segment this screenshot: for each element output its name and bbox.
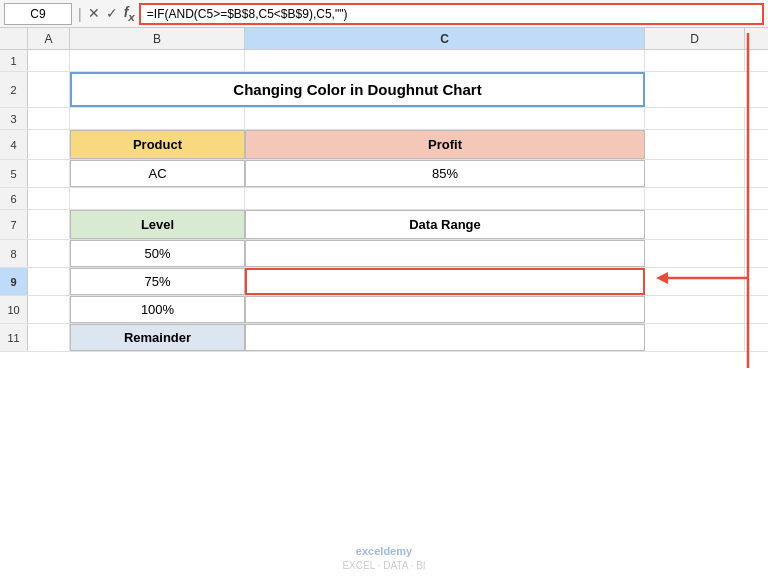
table-row: 11 Remainder [0,324,768,352]
row-header-11: 11 [0,324,28,351]
cell-a4[interactable] [28,130,70,159]
table-row: 7 Level Data Range [0,210,768,240]
cell-c9-selected[interactable] [245,268,645,295]
cell-profit-value[interactable]: 85% [245,160,645,187]
cell-reference-box[interactable]: C9 [4,3,72,25]
table-row: 2 Changing Color in Doughnut Chart [0,72,768,108]
title-cell[interactable]: Changing Color in Doughnut Chart [70,72,645,107]
cell-d8[interactable] [645,240,745,267]
col-header-d: D [645,28,745,49]
cell-ac[interactable]: AC [70,160,245,187]
formula-bar: C9 | ✕ ✓ fx [0,0,768,28]
cell-level-50[interactable]: 50% [70,240,245,267]
watermark-logo: exceldemy [342,544,425,559]
cell-datarange-50[interactable] [245,240,645,267]
cell-d9[interactable] [645,268,745,295]
formula-divider: | [78,6,82,22]
cell-d6[interactable] [645,188,745,209]
row-header-6: 6 [0,188,28,209]
cell-a8[interactable] [28,240,70,267]
col-header-c: C [245,28,645,49]
cell-level-header[interactable]: Level [70,210,245,239]
confirm-icon[interactable]: ✓ [106,5,118,21]
table-row: 6 [0,188,768,210]
cell-b3[interactable] [70,108,245,129]
col-header-a: A [28,28,70,49]
cell-b6[interactable] [70,188,245,209]
cell-level-75[interactable]: 75% [70,268,245,295]
spreadsheet: A B C D 1 2 Changing Color in Doughnut C… [0,28,768,583]
cell-a11[interactable] [28,324,70,351]
cell-a7[interactable] [28,210,70,239]
formula-input[interactable] [139,3,764,25]
cell-product-header[interactable]: Product [70,130,245,159]
cell-profit-header[interactable]: Profit [245,130,645,159]
cell-a3[interactable] [28,108,70,129]
corner-cell [0,28,28,49]
table-row: 1 [0,50,768,72]
cell-a9[interactable] [28,268,70,295]
cell-datarange-header[interactable]: Data Range [245,210,645,239]
cell-d7[interactable] [645,210,745,239]
row-header-7: 7 [0,210,28,239]
watermark-tagline: EXCEL · DATA · BI [342,559,425,573]
row-header-5: 5 [0,160,28,187]
row-header-3: 3 [0,108,28,129]
column-headers: A B C D [0,28,768,50]
row-header-4: 4 [0,130,28,159]
cell-d4[interactable] [645,130,745,159]
cell-a2[interactable] [28,72,70,107]
cell-a5[interactable] [28,160,70,187]
cell-d1[interactable] [645,50,745,71]
row-header-10: 10 [0,296,28,323]
cell-d10[interactable] [645,296,745,323]
cell-datarange-remainder[interactable] [245,324,645,351]
table-row: 8 50% [0,240,768,268]
table-row: 9 75% [0,268,768,296]
cell-c1[interactable] [245,50,645,71]
cell-d5[interactable] [645,160,745,187]
cell-level-100[interactable]: 100% [70,296,245,323]
cell-datarange-100[interactable] [245,296,645,323]
cell-a6[interactable] [28,188,70,209]
row-header-1: 1 [0,50,28,71]
table-row: 5 AC 85% [0,160,768,188]
grid-body: 1 2 Changing Color in Doughnut Chart 3 4… [0,50,768,583]
cell-a1[interactable] [28,50,70,71]
table-row: 10 100% [0,296,768,324]
table-row: 3 [0,108,768,130]
cell-a10[interactable] [28,296,70,323]
row-header-2: 2 [0,72,28,107]
col-header-b: B [70,28,245,49]
row-header-8: 8 [0,240,28,267]
cell-remainder[interactable]: Remainder [70,324,245,351]
table-row: 4 Product Profit [0,130,768,160]
cell-b1[interactable] [70,50,245,71]
row-header-9: 9 [0,268,28,295]
cancel-icon[interactable]: ✕ [88,5,100,21]
cell-c6[interactable] [245,188,645,209]
function-icon[interactable]: fx [124,4,135,23]
formula-icons: ✕ ✓ fx [88,4,135,23]
cell-d11[interactable] [645,324,745,351]
cell-d3[interactable] [645,108,745,129]
cell-c3[interactable] [245,108,645,129]
watermark: exceldemy EXCEL · DATA · BI [342,544,425,573]
